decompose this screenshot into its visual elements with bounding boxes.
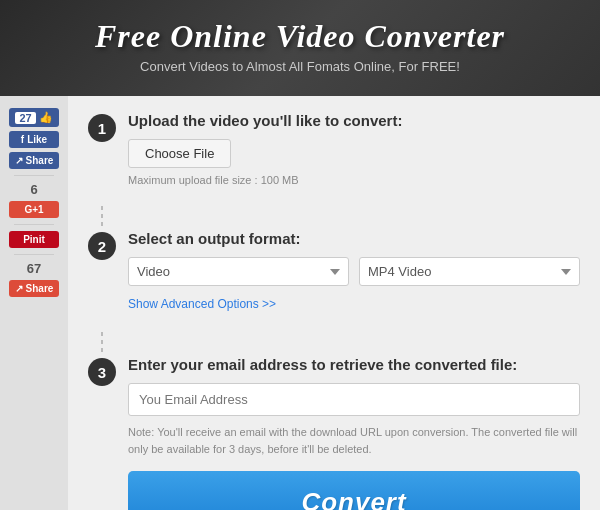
step-3-content: Enter your email address to retrieve the… xyxy=(128,356,580,510)
step-3: 3 Enter your email address to retrieve t… xyxy=(88,356,580,510)
like-count: 27 xyxy=(15,112,35,124)
share-label: Share xyxy=(26,283,54,294)
header: Free Online Video Converter Convert Vide… xyxy=(0,0,600,96)
step-2-content: Select an output format: Video Audio Ima… xyxy=(128,230,580,312)
gplus-label: G+1 xyxy=(24,204,43,215)
content-area: 1 Upload the video you'll like to conver… xyxy=(68,96,600,510)
step-2-number: 2 xyxy=(88,232,116,260)
email-note: Note: You'll receive an email with the d… xyxy=(128,424,580,457)
format-subtype-select[interactable]: MP4 Video AVI Video MOV Video WMV Video xyxy=(359,257,580,286)
step-connector-2 xyxy=(101,332,103,352)
gplus-count: 6 xyxy=(30,182,37,197)
step-1: 1 Upload the video you'll like to conver… xyxy=(88,112,580,186)
fb-share-label: Share xyxy=(26,155,54,166)
advanced-options-link[interactable]: Show Advanced Options >> xyxy=(128,297,276,311)
step-1-title: Upload the video you'll like to convert: xyxy=(128,112,580,129)
fb-like-count-button[interactable]: 27 👍 xyxy=(9,108,59,127)
step-3-number: 3 xyxy=(88,358,116,386)
convert-button[interactable]: Convert xyxy=(128,471,580,510)
main-container: 27 👍 f Like ↗ Share 6 G+1 Pinit 67 ↗ Sha… xyxy=(0,96,600,510)
step-3-title: Enter your email address to retrieve the… xyxy=(128,356,580,373)
format-select-row: Video Audio Image MP4 Video AVI Video MO… xyxy=(128,257,580,286)
step-1-content: Upload the video you'll like to convert:… xyxy=(128,112,580,186)
fb-share-icon: ↗ xyxy=(15,155,23,166)
fb-share-button[interactable]: ↗ Share xyxy=(9,152,59,169)
social-sidebar: 27 👍 f Like ↗ Share 6 G+1 Pinit 67 ↗ Sha… xyxy=(0,96,68,510)
sidebar-divider-2 xyxy=(14,224,54,225)
email-input[interactable] xyxy=(128,383,580,416)
app-title: Free Online Video Converter xyxy=(20,18,580,55)
sidebar-divider-1 xyxy=(14,175,54,176)
fb-like-label: Like xyxy=(27,134,47,145)
step-2: 2 Select an output format: Video Audio I… xyxy=(88,230,580,312)
pinterest-button[interactable]: Pinit xyxy=(9,231,59,248)
sidebar-divider-3 xyxy=(14,254,54,255)
step-1-number: 1 xyxy=(88,114,116,142)
gplus-button[interactable]: G+1 xyxy=(9,201,59,218)
step-2-title: Select an output format: xyxy=(128,230,580,247)
share-icon: ↗ xyxy=(15,283,23,294)
step-connector-1 xyxy=(101,206,103,226)
fb-icon: f xyxy=(21,134,24,145)
share-button[interactable]: ↗ Share xyxy=(9,280,59,297)
share-count: 67 xyxy=(27,261,41,276)
thumb-up-icon: 👍 xyxy=(39,111,53,124)
format-type-select[interactable]: Video Audio Image xyxy=(128,257,349,286)
pinterest-label: Pinit xyxy=(23,234,45,245)
fb-like-button[interactable]: f Like xyxy=(9,131,59,148)
app-subtitle: Convert Videos to Almost All Fomats Onli… xyxy=(20,59,580,74)
max-size-text: Maximum upload file size : 100 MB xyxy=(128,174,580,186)
choose-file-button[interactable]: Choose File xyxy=(128,139,231,168)
